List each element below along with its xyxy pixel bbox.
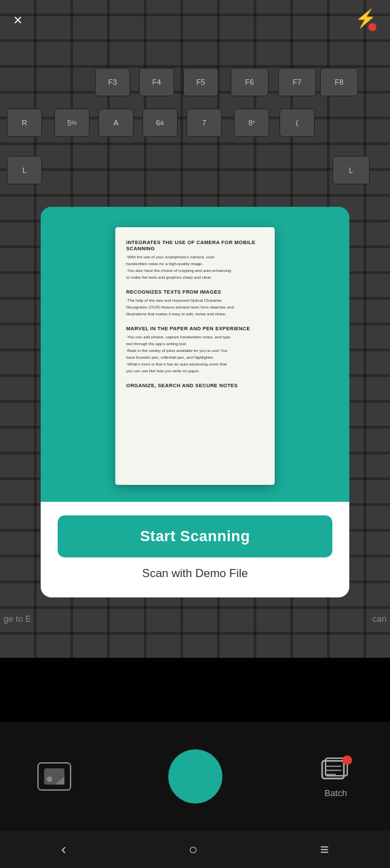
key-6: 6& [142,108,178,137]
doc-line-1-0: -With the use of your smartphone's camer… [126,254,264,260]
doc-line-3-4: -What's more is that it has an auto-adva… [126,361,264,368]
batch-label: Batch [324,788,347,798]
doc-section-3: MARVEL IN THE PAPER AND PEN EXPERIENCE -… [126,326,264,374]
start-scanning-button[interactable]: Start Scanning [58,515,332,557]
gallery-button[interactable] [37,762,71,791]
key-5: 5% [54,108,90,137]
key-a: A [98,108,134,137]
doc-line-2-0: -The help of the new and improved Optica… [126,298,264,304]
flash-button[interactable]: ⚡ [355,9,376,31]
svg-point-5 [343,755,352,765]
key-paren: ( [279,108,315,137]
doc-title-4: ORGANIZE, SEARCH AND SECURE NOTES [126,382,264,389]
doc-line-3-2: -Bask in the variety of pens available f… [126,348,264,354]
doc-title-3: MARVEL IN THE PAPER AND PEN EXPERIENCE [126,326,264,332]
doc-title-2: RECOGNIZES TEXTS FROM IMAGES [126,289,264,295]
key-r: R [7,108,42,137]
nav-home-button[interactable]: ○ [189,841,197,859]
key-8: 8* [234,108,269,137]
doc-line-3-1: text through the app's writing tool. [126,341,264,347]
doc-title-1: INTEGRATES THE USE OF CAMERA FOR MOBILE … [126,239,264,252]
batch-button[interactable]: Batch [319,755,353,798]
key-f5: F5 [183,68,218,96]
nav-bar: ‹ ○ ≡ [0,831,390,868]
gallery-icon [37,762,71,791]
doc-line-3-3: have fountain pen, rollerball pen, and h… [126,355,264,361]
document-paper: INTEGRATES THE USE OF CAMERA FOR MOBILE … [115,227,275,485]
doc-line-1-1: handwritten notes for a high-quality ima… [126,261,264,267]
document-preview-area: INTEGRATES THE USE OF CAMERA FOR MOBILE … [41,207,349,502]
batch-icon [319,755,353,784]
key-row3b: L [332,156,370,184]
doc-line-3-5: you can use like how you write on paper. [126,368,264,374]
key-row3a: L [7,156,42,184]
key-f3: F3 [95,68,130,96]
key-7: 7 [187,108,222,137]
bottom-toolbar: Batch [0,722,390,831]
doc-line-2-1: Recognition (OCR) feature extracts texts… [126,304,264,311]
bg-text-right: can [372,614,387,624]
key-f7: F7 [278,68,316,96]
top-bar: × ⚡ [0,0,390,41]
doc-line-1-2: -You also have the choice of cropping an… [126,268,264,274]
key-f8: F8 [320,68,358,96]
scan-modal: INTEGRATES THE USE OF CAMERA FOR MOBILE … [41,207,349,597]
doc-line-1-3: to make the texts and graphics sharp and… [126,275,264,281]
doc-section-2: RECOGNIZES TEXTS FROM IMAGES -The help o… [126,289,264,317]
nav-menu-button[interactable]: ≡ [320,841,329,859]
doc-line-2-2: illustrations that makes it easy to edit… [126,311,264,317]
capture-button[interactable] [168,749,222,804]
doc-line-3-0: -You can add photos, capture handwritten… [126,334,264,340]
bg-text-left: ge to E [3,614,31,624]
doc-section-4: ORGANIZE, SEARCH AND SECURE NOTES [126,382,264,389]
gallery-inner-icon [44,768,64,785]
modal-bottom: Start Scanning Scan with Demo File [41,502,349,597]
flash-off-badge [368,23,376,31]
close-button[interactable]: × [14,12,22,29]
key-f4: F4 [139,68,174,96]
nav-back-button[interactable]: ‹ [61,841,66,859]
doc-section-1: INTEGRATES THE USE OF CAMERA FOR MOBILE … [126,239,264,281]
scan-demo-button[interactable]: Scan with Demo File [142,567,248,580]
key-f6: F6 [231,68,269,96]
